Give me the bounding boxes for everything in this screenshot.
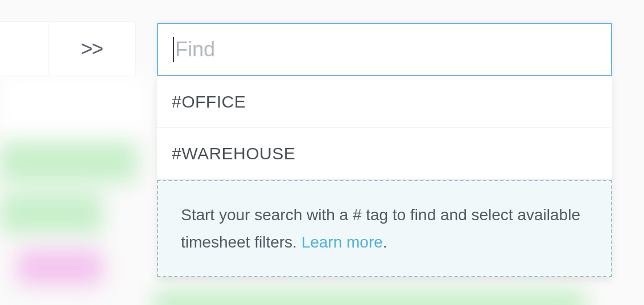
forward-icon: >> (81, 37, 102, 61)
search-hint: Start your search with a # tag to find a… (157, 180, 612, 277)
learn-more-link[interactable]: Learn more (302, 233, 383, 251)
search-placeholder: Find (175, 38, 215, 61)
nav-forward-button[interactable]: >> (48, 22, 135, 76)
hint-text-suffix: . (383, 233, 387, 251)
suggestion-label: #WAREHOUSE (172, 144, 295, 163)
search-container: Find #OFFICE #WAREHOUSE Start your searc… (157, 23, 612, 277)
search-dropdown: #OFFICE #WAREHOUSE Start your search wit… (157, 76, 612, 277)
suggestion-item[interactable]: #WAREHOUSE (157, 128, 612, 180)
text-cursor (173, 37, 174, 62)
nav-prev-button[interactable] (0, 22, 48, 76)
search-input[interactable]: Find (157, 23, 612, 76)
suggestion-item[interactable]: #OFFICE (157, 76, 612, 128)
suggestion-label: #OFFICE (172, 92, 246, 111)
nav-buttons: >> (0, 22, 135, 76)
